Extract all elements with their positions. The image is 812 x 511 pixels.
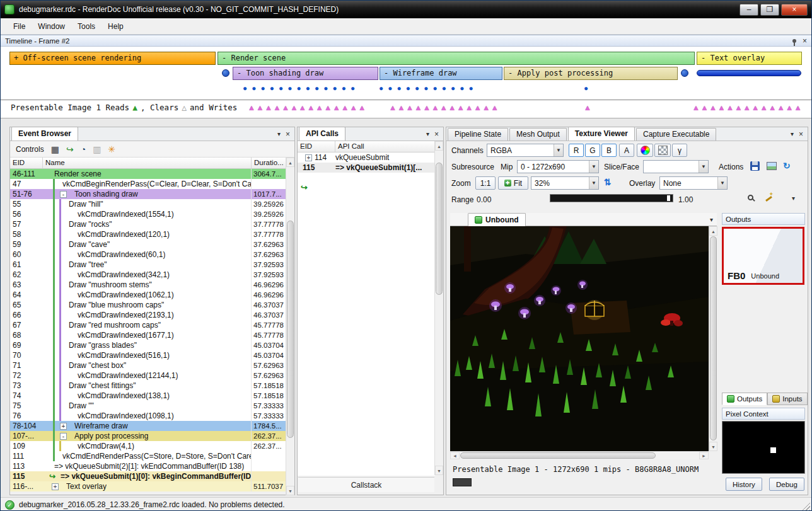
expander-icon[interactable]: - [60,433,67,440]
api-call-row[interactable]: + 114 vkQueueSubmit [298,152,435,163]
pin-icon[interactable] [792,39,796,43]
table-row[interactable]: 74 vkCmdDrawIndexed(138,1) 57.18518 [10,391,287,401]
scroll-down-arrow[interactable]: ▼ [435,466,443,475]
tab-event-browser[interactable]: Event Browser [11,127,78,141]
table-row[interactable]: 68 vkCmdDrawIndexed(1677,1) 45.77778 [10,330,287,340]
zoom-1to1-button[interactable]: 1:1 [475,176,496,190]
expander-icon[interactable]: + [305,154,312,161]
red-channel-button[interactable]: R [569,144,584,157]
menu-item[interactable]: Tools [71,20,102,33]
timeline-header[interactable]: Timeline - Frame #2 × [1,35,811,47]
zoom-value-combo[interactable]: 32% ▼ [531,176,599,190]
wireframe-event-dots[interactable]: ●●●●●●●●●●● [379,84,478,93]
tab-inputs[interactable]: Inputs [767,393,807,405]
scrollbar-thumb[interactable] [460,452,656,459]
scrollbar-thumb[interactable] [287,221,294,438]
table-row[interactable]: 111 vkCmdEndRenderPass(C=Store, D=Store,… [10,451,287,461]
texture-vertical-scrollbar[interactable]: ▲ ▼ [709,226,717,451]
zoom-range-icon[interactable] [748,195,753,200]
column-header-api-call[interactable]: API Call [335,141,435,152]
table-row[interactable]: 62 vkCmdDrawIndexed(342,1) 37.92593 [10,270,287,280]
table-row[interactable]: 71 Draw "chest box" 57.62963 [10,360,287,370]
range-max-value[interactable]: 1.00 [678,195,693,204]
menu-item[interactable]: Window [32,20,71,33]
timeline-bar-text-overlay[interactable]: - Text overlay [697,52,802,65]
zoom-fit-button[interactable]: ✚ Fit [498,176,528,190]
bookmark-icon[interactable]: ✳ [108,145,115,154]
chevron-down-icon[interactable]: ▾ [791,130,794,137]
table-row[interactable]: 66 vkCmdDrawIndexed(2193,1) 46.37037 [10,310,287,320]
background-checker-button[interactable] [654,144,671,157]
time-durations-icon[interactable]: ◔ [81,145,86,154]
timeline-bar-offscreen[interactable]: + Off-screen scene rendering [9,52,216,65]
blue-channel-button[interactable]: B [601,144,617,157]
table-row[interactable]: 113 => vkQueueSubmit(2)[1]: vkEndCommand… [10,461,287,471]
scroll-up-arrow[interactable]: ▲ [435,141,443,151]
table-row[interactable]: 57 Draw "rocks" 37.77778 [10,219,287,229]
event-browser-scrollbar[interactable]: ▲ ▼ [286,158,294,495]
green-channel-button[interactable]: G [585,144,600,157]
close-icon[interactable]: × [803,37,807,45]
color-wheel-button[interactable] [637,144,653,157]
scroll-up-arrow[interactable]: ▲ [709,226,717,236]
text-overlay-events-bar[interactable] [697,70,801,76]
texture-horizontal-scrollbar[interactable]: ◄ ► [450,451,709,459]
autofit-wand-icon[interactable] [764,194,773,203]
alpha-channel-button[interactable]: A [619,144,634,157]
column-header-eid[interactable]: EID [298,141,335,152]
scrollbar-thumb[interactable] [710,236,717,440]
expander-icon[interactable]: + [60,423,67,430]
table-row[interactable]: 60 vkCmdDrawIndexed(60,1) 37.62963 [10,250,287,260]
table-row[interactable]: 63 Draw "mushroom stems" 46.96296 [10,280,287,290]
table-row[interactable]: 55 Draw "hill" 39.25926 [10,199,287,209]
flip-y-icon[interactable]: ⇅ [604,177,612,187]
maximize-button[interactable]: ❐ [760,4,779,16]
table-row[interactable]: 67 Draw "red mushroom caps" 45.77778 [10,320,287,330]
event-marker-circle[interactable] [222,69,229,77]
table-row[interactable]: 109 vkCmdDraw(4,1) 262.37... [10,441,287,451]
column-header-eid[interactable]: EID [10,158,43,168]
table-row[interactable]: 59 Draw "cave" 37.62963 [10,239,287,250]
chevron-down-icon[interactable]: ▾ [426,130,429,137]
table-row[interactable]: 75 Draw "" 57.33333 [10,401,287,411]
panel-tab[interactable]: Mesh Output [509,128,567,141]
table-row[interactable]: 72 vkCmdDrawIndexed(12144,1) 57.62963 [10,370,287,381]
table-row[interactable]: 46-111 Render scene 3064.7... [10,169,287,179]
save-icon[interactable] [750,161,760,171]
table-row[interactable]: 56 vkCmdDrawIndexed(1554,1) 39.25926 [10,209,287,219]
toon-event-dots[interactable]: ●●●●●●●●●●●●● [243,84,359,93]
refresh-icon[interactable]: ↻ [783,161,791,171]
range-slider-handle[interactable] [667,195,670,201]
timeline-bar-postprocess[interactable]: - Apply post processing [504,67,678,80]
close-icon[interactable]: × [286,130,290,138]
scroll-up-arrow[interactable]: ▲ [286,158,294,167]
pixel-context-view[interactable] [722,421,805,474]
close-icon[interactable]: × [799,130,803,138]
timeline-bar-render-scene[interactable]: - Render scene [218,52,695,65]
panel-tab[interactable]: Texture Viewer [568,127,635,141]
table-row[interactable]: 78-104 + Wireframe draw 1784.5... [10,421,287,431]
callstack-section[interactable]: Callstack [298,477,434,492]
statistics-icon[interactable]: ▥ [93,145,101,154]
table-row[interactable]: 64 vkCmdDrawIndexed(1062,1) 46.96296 [10,290,287,300]
filter-icon[interactable]: ▦ [51,145,59,154]
table-row[interactable]: 69 Draw "grass blades" 45.03704 [10,340,287,350]
expander-icon[interactable]: - [60,191,67,198]
debug-button[interactable]: Debug [769,478,804,491]
menu-item[interactable]: Help [102,20,130,33]
resize-grip[interactable] [802,502,810,510]
slice-face-dropdown[interactable]: ▼ [643,160,709,173]
fb0-thumbnail[interactable]: FB0 Unbound [722,227,804,285]
channels-dropdown[interactable]: RGBA ▼ [487,144,564,157]
table-row[interactable]: 107-... - Apply post processing 262.37..… [10,431,287,441]
chevron-down-icon[interactable]: ▾ [710,216,713,223]
texture-image[interactable] [450,226,709,451]
overlay-dropdown[interactable]: None ▼ [659,176,728,190]
close-button[interactable]: × [781,4,808,16]
table-row[interactable]: 73 Draw "chest fittings" 57.18518 [10,381,287,391]
minimize-button[interactable]: – [740,4,758,16]
range-min-value[interactable]: 0.00 [477,195,491,204]
timeline-bar-wireframe[interactable]: - Wireframe draw [380,67,502,80]
table-row[interactable]: 76 vkCmdDrawIndexed(1098,1) 57.33333 [10,411,287,421]
export-image-icon[interactable] [767,162,777,170]
